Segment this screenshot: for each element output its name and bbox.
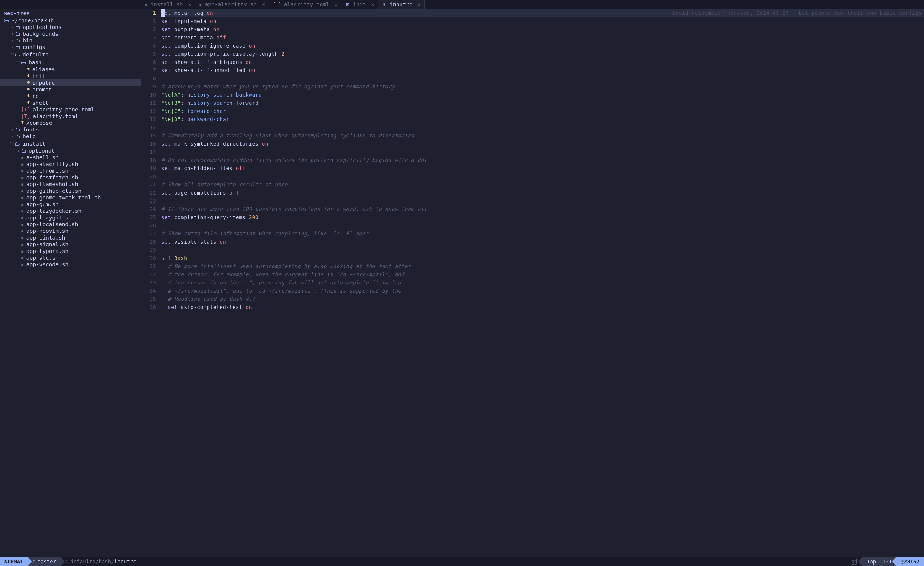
code-line[interactable]: # Immediately add a trailing slash when … (161, 132, 924, 140)
tree-file-app-gum-sh[interactable]: ▪app-gum.sh (0, 201, 141, 207)
tree-root[interactable]: 🗁 ~/code/omakub (0, 17, 141, 24)
tree-file-app-chrome-sh[interactable]: ▪app-chrome.sh (0, 168, 141, 174)
close-icon[interactable]: × (188, 2, 192, 8)
tree-file-init[interactable]: *init (0, 73, 141, 80)
code-line[interactable]: $if Bash (161, 254, 924, 262)
close-icon[interactable]: × (262, 2, 265, 8)
tab-app-alacritty-sh[interactable]: ▪app-alacritty.sh× (195, 0, 269, 9)
tree-file-app-lazydocker-sh[interactable]: ▪app-lazydocker.sh (0, 207, 141, 214)
tree-dir-configs[interactable]: ›🗀configs (0, 44, 141, 51)
tree-file-app-vscode-sh[interactable]: ▪app-vscode.sh (0, 261, 141, 268)
tree-file-app-alacritty-sh[interactable]: ▪app-alacritty.sh (0, 161, 141, 168)
code-line[interactable]: # the cursor. For example, when the curr… (161, 270, 924, 279)
git-branch[interactable]: ᛘ master (28, 557, 61, 566)
code-line[interactable] (161, 197, 924, 205)
editor[interactable]: 1123456789101112131415161718192021222324… (141, 9, 924, 557)
tree-file-inputrc[interactable]: *inputrc (0, 80, 141, 86)
chevron-icon[interactable]: ﹀ (10, 51, 15, 58)
tree-dir-fonts[interactable]: ›🗀fonts (0, 126, 141, 133)
tree-file-app-vlc-sh[interactable]: ▪app-vlc.sh (0, 254, 141, 261)
code-line[interactable] (161, 123, 924, 132)
tab-alacritty-toml[interactable]: [T]alacritty.toml× (269, 0, 342, 9)
close-icon[interactable]: × (334, 2, 338, 8)
tree-file-prompt[interactable]: *prompt (0, 86, 141, 93)
tree-file-alacritty-pane-toml[interactable]: [T]alacritty-pane.toml (0, 106, 141, 113)
code-line[interactable]: "\e[C": forward-char (161, 107, 924, 115)
tree-dir-bash[interactable]: ﹀🗁bash (0, 58, 141, 66)
tree-file-aliases[interactable]: *aliases (0, 66, 141, 73)
code-line[interactable]: # Show all autocomplete results at once (161, 180, 924, 189)
tree-file-alacritty-toml[interactable]: [T]alacritty.toml (0, 113, 141, 120)
tree-file-app-typora-sh[interactable]: ▪app-typora.sh (0, 248, 141, 254)
code-line[interactable] (161, 172, 924, 180)
chevron-icon[interactable]: › (10, 133, 15, 139)
tree-file-app-pinta-sh[interactable]: ▪app-pinta.sh (0, 234, 141, 241)
tree-file-app-neovim-sh[interactable]: ▪app-neovim.sh (0, 228, 141, 234)
code-line[interactable]: set completion-ignore-case on (161, 42, 924, 50)
tree-file-rc[interactable]: *rc (0, 93, 141, 99)
code-area[interactable]: set meta-flag onDavid Heinemeier Hansson… (161, 9, 924, 557)
tree-file-app-flameshot-sh[interactable]: ▪app-flameshot.sh (0, 181, 141, 188)
chevron-icon[interactable]: › (16, 148, 21, 154)
chevron-icon[interactable]: › (10, 127, 15, 132)
chevron-icon[interactable]: › (10, 24, 15, 30)
code-line[interactable] (161, 246, 924, 254)
code-line[interactable]: set completion-prefix-display-length 2 (161, 50, 924, 58)
code-line[interactable]: "\e[B": history-search-forward (161, 99, 924, 107)
code-line[interactable]: set completion-query-items 200 (161, 213, 924, 221)
tree-dir-bin[interactable]: ›🗀bin (0, 37, 141, 44)
tree-dir-backgrounds[interactable]: ›🗀backgrounds (0, 30, 141, 37)
code-line[interactable]: # Arrow keys match what you've typed so … (161, 83, 924, 91)
code-line[interactable]: # Do not autocomplete hidden files unles… (161, 156, 924, 164)
tree-dir-applications[interactable]: ›🗀applications (0, 24, 141, 30)
tree-file-app-gnome-tweak-tool-sh[interactable]: ▪app-gnome-tweak-tool.sh (0, 194, 141, 201)
folder-icon: 🗀 (15, 127, 20, 132)
code-line[interactable]: set convert-meta off (161, 33, 924, 42)
tree-dir-optional[interactable]: ›🗀optional (0, 147, 141, 154)
code-line[interactable]: set show-all-if-ambiguous on (161, 58, 924, 66)
tree-dir-install[interactable]: ﹀🗁install (0, 140, 141, 147)
code-line[interactable] (161, 221, 924, 230)
tree-file-app-lazygit-sh[interactable]: ▪app-lazygit.sh (0, 214, 141, 221)
code-line[interactable]: # the cursor is on the "z", pressing Tab… (161, 279, 924, 287)
code-line[interactable]: "\e[D": backward-char (161, 115, 924, 123)
tree-file-xcompose[interactable]: *xcompose (0, 120, 141, 126)
tab-init[interactable]: 🗎init× (342, 0, 379, 9)
tree-dir-defaults[interactable]: ﹀🗁defaults (0, 51, 141, 58)
tree-file-app-fastfetch-sh[interactable]: ▪app-fastfetch.sh (0, 174, 141, 181)
close-icon[interactable]: × (417, 2, 421, 8)
tab-inputrc[interactable]: 🗎inputrc× (378, 0, 425, 9)
chevron-icon[interactable]: ﹀ (10, 140, 15, 147)
code-line[interactable]: set mark-symlinked-directories on (161, 140, 924, 148)
close-icon[interactable]: × (371, 2, 375, 8)
code-line[interactable]: set skip-completed-text on (161, 303, 924, 311)
code-line[interactable]: set input-meta on (161, 17, 924, 25)
code-line[interactable]: # Readline used by Bash 4.) (161, 295, 924, 303)
chevron-icon[interactable]: › (10, 38, 15, 44)
tree-file-app-github-cli-sh[interactable]: ▪app-github-cli.sh (0, 188, 141, 194)
tree-dir-help[interactable]: ›🗀help (0, 133, 141, 140)
chevron-icon[interactable]: › (10, 31, 15, 37)
code-line[interactable]: # ~/src/mozillail", but to "cd ~/src/moz… (161, 287, 924, 295)
code-line[interactable]: # Show extra file information when compl… (161, 230, 924, 238)
line-number: 29 (141, 246, 156, 254)
code-line[interactable]: "\e[A": history-search-backward (161, 91, 924, 99)
code-line[interactable]: set page-completions off (161, 189, 924, 197)
tree-file-shell[interactable]: *shell (0, 99, 141, 106)
file-tree[interactable]: Neo-tree 🗁 ~/code/omakub ›🗀applications›… (0, 9, 141, 557)
code-line[interactable]: set match-hidden-files off (161, 164, 924, 172)
code-line[interactable]: set show-all-if-unmodified on (161, 66, 924, 74)
tab-install-sh[interactable]: ▪install.sh× (141, 0, 195, 9)
code-line[interactable] (161, 148, 924, 156)
chevron-icon[interactable]: ﹀ (16, 59, 21, 66)
chevron-icon[interactable]: › (10, 44, 15, 50)
tree-file-app-signal-sh[interactable]: ▪app-signal.sh (0, 241, 141, 248)
code-line[interactable] (161, 74, 924, 83)
tree-file-app-localsend-sh[interactable]: ▪app-localsend.sh (0, 221, 141, 228)
code-line[interactable]: set meta-flag onDavid Heinemeier Hansson… (161, 9, 924, 17)
code-line[interactable]: # Be more intelligent when autocompletin… (161, 262, 924, 270)
code-line[interactable]: set output-meta on (161, 25, 924, 33)
code-line[interactable]: # If there are more than 200 possible co… (161, 205, 924, 213)
tree-file-a-shell-sh[interactable]: ▪a-shell.sh (0, 154, 141, 161)
code-line[interactable]: set visible-stats on (161, 238, 924, 246)
